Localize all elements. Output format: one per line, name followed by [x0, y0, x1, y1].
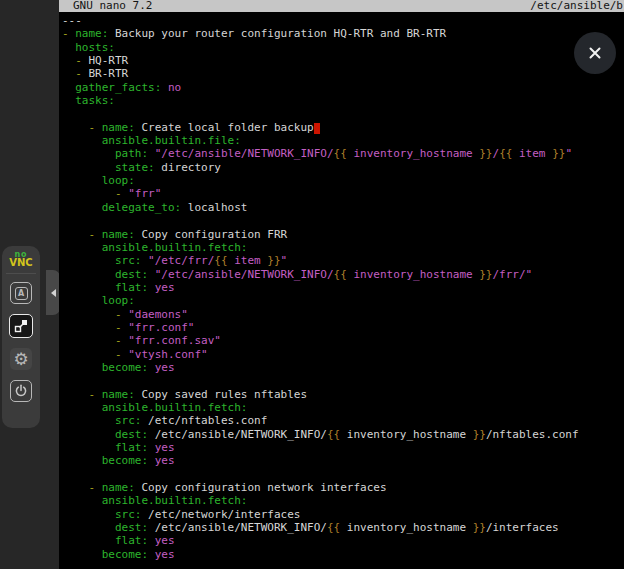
vnc-control-panel: no VNC A ⚙: [2, 246, 40, 428]
code-line: gather_facts: no: [62, 81, 624, 94]
code-line: - name: Copy configuration network inter…: [62, 481, 624, 494]
code-line: src: /etc/network/interfaces: [62, 508, 624, 521]
code-line: delegate_to: localhost: [62, 201, 624, 214]
code-line: [62, 468, 624, 481]
code-line: ansible.builtin.fetch:: [62, 494, 624, 507]
code-line: dest: /etc/ansible/NETWORK_INFO/{{ inven…: [62, 428, 624, 441]
code-line: dest: /etc/ansible/NETWORK_INFO/{{ inven…: [62, 521, 624, 534]
code-line: - name: Copy saved rules nftables: [62, 388, 624, 401]
code-line: - name: Copy configuration FRR: [62, 228, 624, 241]
novnc-logo-bottom: VNC: [9, 259, 32, 267]
close-icon: [587, 45, 603, 61]
code-line: src: "/etc/frr/{{ item }}": [62, 254, 624, 267]
nano-version-label: GNU nano 7.2: [73, 0, 152, 12]
code-line: ansible.builtin.fetch:: [62, 401, 624, 414]
code-line: flat: yes: [62, 534, 624, 547]
fullscreen-button[interactable]: [9, 314, 33, 338]
code-line: - "frr.conf.sav": [62, 334, 624, 347]
vnc-sidebar: no VNC A ⚙: [0, 0, 59, 569]
code-line: flat: yes: [62, 441, 624, 454]
code-line: loop:: [62, 174, 624, 187]
power-icon: [14, 384, 28, 398]
code-line: [62, 374, 624, 387]
code-line: - "frr": [62, 187, 624, 200]
power-button[interactable]: [10, 380, 32, 402]
code-line: ansible.builtin.fetch:: [62, 241, 624, 254]
code-line: - BR-RTR: [62, 67, 624, 80]
code-line: - "frr.conf": [62, 321, 624, 334]
close-button[interactable]: [574, 32, 616, 74]
fullscreen-icon: [14, 319, 28, 333]
file-path-label: /etc/ansible/b: [530, 0, 623, 12]
chevron-left-icon: [51, 289, 56, 297]
code-line: hosts:: [62, 41, 624, 54]
panel-divider: [6, 273, 36, 274]
code-line: - "daemons": [62, 308, 624, 321]
code-line: - name: Backup your router configuration…: [62, 27, 624, 40]
code-line: path: "/etc/ansible/NETWORK_INFO/{{ inve…: [62, 147, 624, 160]
code-line: become: yes: [62, 548, 624, 561]
code-line: state: directory: [62, 161, 624, 174]
keyboard-button[interactable]: A: [10, 282, 32, 304]
text-cursor: [314, 123, 321, 134]
code-line: flat: yes: [62, 281, 624, 294]
code-line: become: yes: [62, 454, 624, 467]
code-line: src: /etc/nftables.conf: [62, 414, 624, 427]
code-line: - name: Create local folder backup: [62, 121, 624, 134]
keyboard-a-icon: A: [15, 287, 28, 300]
gear-icon: ⚙: [13, 351, 28, 368]
settings-button[interactable]: ⚙: [10, 348, 32, 370]
code-line: ansible.builtin.file:: [62, 134, 624, 147]
code-line: [62, 214, 624, 227]
novnc-logo: no VNC: [9, 251, 32, 267]
code-line: - HQ-RTR: [62, 54, 624, 67]
code-line: dest: "/etc/ansible/NETWORK_INFO/{{ inve…: [62, 268, 624, 281]
code-line: [62, 107, 624, 120]
editor-content[interactable]: ---- name: Backup your router configurat…: [59, 12, 624, 561]
code-line: become: yes: [62, 361, 624, 374]
terminal-window[interactable]: GNU nano 7.2 /etc/ansible/b ---- name: B…: [59, 0, 624, 569]
nano-titlebar: GNU nano 7.2 /etc/ansible/b: [59, 0, 624, 12]
code-line: tasks:: [62, 94, 624, 107]
code-line: loop:: [62, 294, 624, 307]
code-line: ---: [62, 14, 624, 27]
panel-collapse-handle[interactable]: [46, 270, 60, 315]
code-line: - "vtysh.conf": [62, 348, 624, 361]
